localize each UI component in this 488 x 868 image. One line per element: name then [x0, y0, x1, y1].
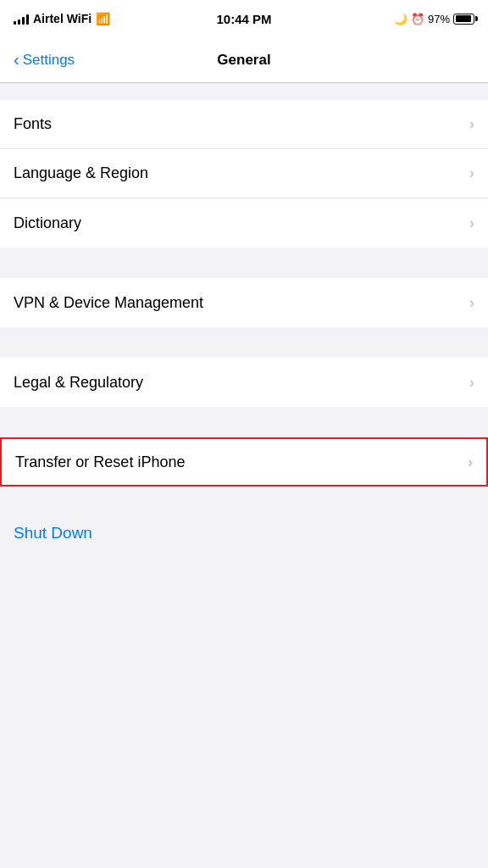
transfer-reset-label: Transfer or Reset iPhone [15, 453, 185, 471]
dictionary-label: Dictionary [14, 214, 81, 232]
fonts-label: Fonts [14, 115, 52, 133]
fonts-chevron: › [469, 115, 474, 133]
back-button[interactable]: ‹ Settings [14, 52, 75, 69]
battery-percent: 97% [428, 13, 450, 25]
settings-section-4: Transfer or Reset iPhone › [0, 437, 488, 487]
status-time: 10:44 PM [216, 12, 271, 26]
settings-section-1: Fonts › Language & Region › Dictionary › [0, 100, 488, 248]
status-left: Airtel WiFi 📶 [14, 12, 110, 25]
vpn-chevron: › [469, 294, 474, 312]
section-separator-3 [0, 407, 488, 437]
page-title: General [217, 52, 270, 69]
language-chevron: › [469, 164, 474, 182]
settings-section-2: VPN & Device Management › [0, 278, 488, 327]
status-right: 🌙 ⏰ 97% [394, 13, 474, 25]
carrier-label: Airtel WiFi [33, 12, 92, 25]
dictionary-row[interactable]: Dictionary › [0, 198, 488, 248]
vpn-row[interactable]: VPN & Device Management › [0, 278, 488, 327]
settings-section-3: Legal & Regulatory › [0, 358, 488, 407]
section-separator-2 [0, 327, 488, 358]
do-not-disturb-icon: 🌙 [394, 13, 408, 25]
section-separator-4 [0, 487, 488, 504]
shut-down-section: Shut Down [0, 510, 488, 556]
back-label: Settings [23, 52, 75, 69]
transfer-chevron: › [468, 453, 473, 471]
transfer-reset-row[interactable]: Transfer or Reset iPhone › [0, 437, 488, 487]
legal-chevron: › [469, 374, 474, 392]
clock-icon: ⏰ [411, 13, 424, 25]
vpn-label: VPN & Device Management [14, 294, 203, 312]
nav-bar: ‹ Settings General [0, 37, 488, 83]
signal-icon [14, 14, 29, 25]
dictionary-chevron: › [469, 214, 474, 232]
language-region-label: Language & Region [14, 164, 148, 182]
back-chevron-icon: ‹ [14, 51, 19, 68]
fonts-row[interactable]: Fonts › [0, 100, 488, 149]
wifi-icon: 📶 [96, 12, 110, 25]
status-bar: Airtel WiFi 📶 10:44 PM 🌙 ⏰ 97% [0, 0, 488, 37]
language-region-row[interactable]: Language & Region › [0, 149, 488, 198]
shut-down-button[interactable]: Shut Down [14, 524, 92, 542]
legal-label: Legal & Regulatory [14, 374, 143, 392]
section-separator-1 [0, 248, 488, 278]
legal-row[interactable]: Legal & Regulatory › [0, 358, 488, 407]
battery-icon [453, 14, 474, 25]
section-separator-top [0, 83, 488, 100]
